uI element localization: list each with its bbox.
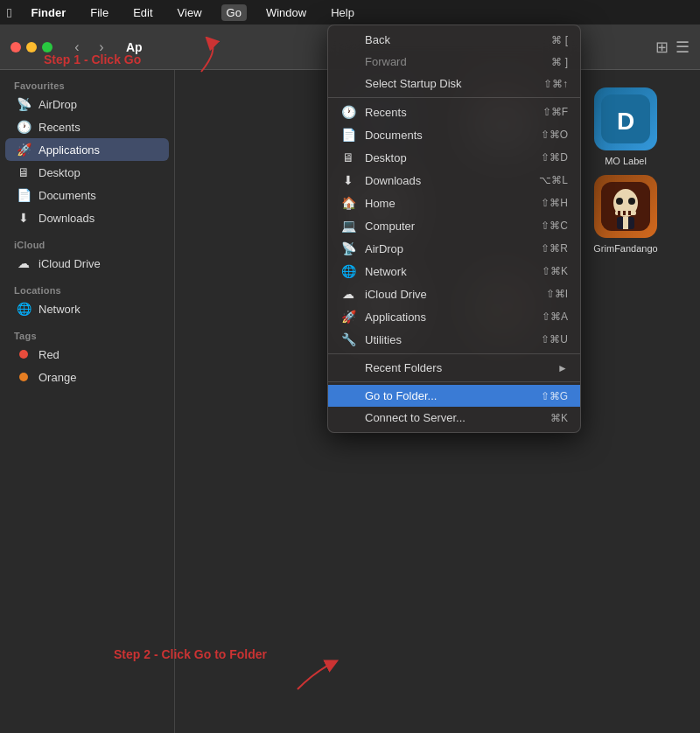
sidebar-label-downloads: Downloads xyxy=(38,212,94,225)
sidebar-label-airdrop: AirDrop xyxy=(38,98,77,111)
sidebar-item-documents[interactable]: 📄 Documents xyxy=(5,184,169,206)
menu-label-applications: Applications xyxy=(365,311,533,324)
menu-label-downloads: Downloads xyxy=(365,174,530,187)
desktop-icon: 🖥 xyxy=(16,165,32,179)
list-view-button[interactable]: ☰ xyxy=(676,38,690,57)
menu-item-computer[interactable]: 💻 Computer ⇧⌘C xyxy=(328,214,580,237)
menu-shortcut-startup: ⇧⌘↑ xyxy=(543,78,568,90)
menu-label-recents: Recents xyxy=(365,106,534,119)
sidebar-section-tags: Tags Red Orange xyxy=(0,327,174,388)
app-grim[interactable]: GrimFandango xyxy=(569,175,682,264)
back-button[interactable]: ‹ xyxy=(66,37,88,58)
close-button[interactable] xyxy=(10,42,21,52)
utilities-menu-icon: 🔧 xyxy=(340,332,356,346)
home-menu-icon: 🏠 xyxy=(340,196,356,210)
toolbar-right: ⊞ ☰ xyxy=(655,38,690,57)
menu-item-startup[interactable]: Select Startup Disk ⇧⌘↑ xyxy=(328,73,580,94)
menu-label-back: Back xyxy=(365,33,542,46)
sidebar-section-icloud: iCloud ☁ iCloud Drive xyxy=(0,236,174,275)
applications-icon: 🚀 xyxy=(16,143,32,157)
menu-item-connect[interactable]: Connect to Server... ⌘K xyxy=(328,407,580,429)
desktop-menu-icon: 🖥 xyxy=(340,150,356,164)
sidebar-section-title-tags: Tags xyxy=(0,327,174,343)
menu-item-desktop[interactable]: 🖥 Desktop ⇧⌘D xyxy=(328,146,580,169)
sidebar-item-tag-orange[interactable]: Orange xyxy=(5,366,169,388)
zoom-button[interactable] xyxy=(42,42,52,52)
menubar-view[interactable]: View xyxy=(172,4,207,21)
network-menu-icon: 🌐 xyxy=(340,264,356,278)
menu-shortcut-airdrop: ⇧⌘R xyxy=(541,242,568,255)
sidebar-item-desktop[interactable]: 🖥 Desktop xyxy=(5,161,169,184)
sidebar-item-airdrop[interactable]: 📡 AirDrop xyxy=(5,93,169,115)
menu-item-icloud[interactable]: ☁ iCloud Drive ⇧⌘I xyxy=(328,283,580,305)
recents-menu-icon: 🕐 xyxy=(340,105,356,119)
sidebar-item-applications[interactable]: 🚀 Applications xyxy=(5,138,169,161)
menu-shortcut-desktop: ⇧⌘D xyxy=(541,151,568,164)
menubar-edit[interactable]: Edit xyxy=(128,4,158,21)
menu-item-applications[interactable]: 🚀 Applications ⇧⌘A xyxy=(328,305,580,328)
sidebar: Favourites 📡 AirDrop 🕐 Recents 🚀 Applica… xyxy=(0,70,175,733)
menubar-finder[interactable]: Finder xyxy=(25,4,71,21)
menu-label-startup: Select Startup Disk xyxy=(365,77,535,90)
sidebar-item-tag-red[interactable]: Red xyxy=(5,343,169,366)
menu-shortcut-home: ⇧⌘H xyxy=(541,197,568,209)
menu-item-home[interactable]: 🏠 Home ⇧⌘H xyxy=(328,192,580,214)
menu-item-recents[interactable]: 🕐 Recents ⇧⌘F xyxy=(328,101,580,123)
sidebar-item-network[interactable]: 🌐 Network xyxy=(5,297,169,320)
menubar-window[interactable]: Window xyxy=(261,4,312,21)
menu-separator-3 xyxy=(328,381,580,382)
menu-item-documents[interactable]: 📄 Documents ⇧⌘O xyxy=(328,123,580,146)
sidebar-label-network: Network xyxy=(38,303,80,316)
sidebar-label-applications: Applications xyxy=(38,143,100,157)
menu-item-recent-folders[interactable]: Recent Folders ► xyxy=(328,357,580,379)
forward-button[interactable]: › xyxy=(91,37,112,58)
menu-shortcut-documents: ⇧⌘O xyxy=(541,129,568,141)
sidebar-section-locations: Locations 🌐 Network xyxy=(0,282,174,320)
sidebar-item-downloads[interactable]: ⬇ Downloads xyxy=(5,206,169,229)
menu-label-home: Home xyxy=(365,197,532,210)
menu-shortcut-network: ⇧⌘K xyxy=(542,265,568,277)
sidebar-label-tag-orange: Orange xyxy=(38,371,76,384)
menu-shortcut-back: ⌘ [ xyxy=(551,34,568,46)
minimize-button[interactable] xyxy=(26,42,37,52)
svg-rect-25 xyxy=(623,211,626,215)
svg-point-22 xyxy=(628,198,635,205)
downloads-icon: ⬇ xyxy=(16,211,32,225)
menu-item-downloads[interactable]: ⬇ Downloads ⌥⌘L xyxy=(328,169,580,192)
tag-red-icon xyxy=(16,347,32,361)
menu-item-airdrop[interactable]: 📡 AirDrop ⇧⌘R xyxy=(328,237,580,260)
menu-label-go-to-folder: Go to Folder... xyxy=(365,389,532,402)
menubar:  Finder File Edit View Go Window Help xyxy=(0,0,700,24)
sidebar-section-title-icloud: iCloud xyxy=(0,236,174,252)
network-icon: 🌐 xyxy=(16,302,32,316)
menubar-go[interactable]: Go xyxy=(221,4,247,21)
menu-item-forward[interactable]: Forward ⌘ ] xyxy=(328,51,580,73)
tag-orange-icon xyxy=(16,370,32,384)
sidebar-label-recents: Recents xyxy=(38,121,80,134)
svg-point-21 xyxy=(616,198,623,205)
icloud-icon: ☁ xyxy=(16,256,32,270)
menu-label-icloud: iCloud Drive xyxy=(365,288,537,301)
downloads-menu-icon: ⬇ xyxy=(340,173,356,187)
menubar-file[interactable]: File xyxy=(85,4,114,21)
menu-item-go-to-folder[interactable]: Go to Folder... ⇧⌘G xyxy=(328,385,580,407)
svg-text:D: D xyxy=(617,108,634,135)
menubar-help[interactable]: Help xyxy=(326,4,360,21)
dstop-icon: D xyxy=(594,87,657,150)
grid-view-button[interactable]: ⊞ xyxy=(655,38,668,57)
documents-icon: 📄 xyxy=(16,188,32,202)
menu-label-desktop: Desktop xyxy=(365,151,532,164)
sidebar-item-icloud-drive[interactable]: ☁ iCloud Drive xyxy=(5,252,169,275)
menu-label-utilities: Utilities xyxy=(365,333,532,346)
menu-item-back[interactable]: Back ⌘ [ xyxy=(328,29,580,51)
menu-item-network[interactable]: 🌐 Network ⇧⌘K xyxy=(328,260,580,283)
app-label-dstop: MO Label xyxy=(605,156,647,166)
menu-label-airdrop: AirDrop xyxy=(365,242,532,255)
sidebar-section-favourites: Favourites 📡 AirDrop 🕐 Recents 🚀 Applica… xyxy=(0,77,174,229)
menu-shortcut-connect: ⌘K xyxy=(550,412,568,424)
apple-menu[interactable]:  xyxy=(7,5,11,20)
app-dstop[interactable]: D MO Label xyxy=(569,87,682,166)
menu-shortcut-downloads: ⌥⌘L xyxy=(539,174,568,186)
sidebar-item-recents[interactable]: 🕐 Recents xyxy=(5,115,169,138)
menu-item-utilities[interactable]: 🔧 Utilities ⇧⌘U xyxy=(328,328,580,351)
